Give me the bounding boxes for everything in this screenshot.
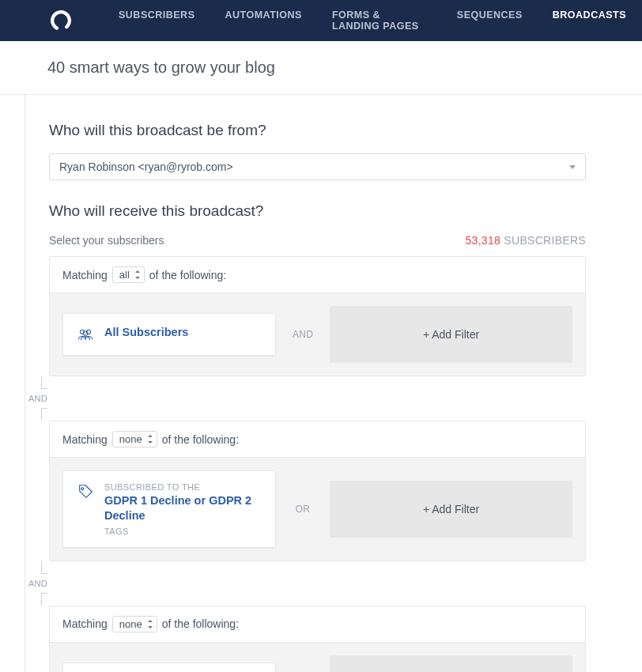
filter-group-body: All SubscribersAND+ Add Filter — [50, 293, 585, 376]
filter-card[interactable]: Cold Subscribers — [62, 663, 276, 672]
filter-under: TAGS — [104, 527, 262, 536]
subscriber-suffix: SUBSCRIBERS — [504, 234, 586, 247]
filter-group-body: SUBSCRIBED TO THEGDPR 1 Decline or GDPR … — [50, 458, 585, 561]
from-select-value: Ryan Robinson <ryan@ryrob.com> — [59, 160, 233, 173]
receive-heading: Who will receive this broadcast? — [49, 202, 586, 220]
matching-prefix: Matching — [62, 433, 108, 446]
add-filter-button[interactable]: + Add Filter — [330, 306, 572, 363]
matching-prefix: Matching — [62, 269, 108, 281]
match-mode-select[interactable]: all — [112, 266, 145, 283]
match-mode-select[interactable]: none — [112, 616, 157, 632]
group-connector-label: AND — [28, 394, 47, 403]
nav-item-broadcasts[interactable]: BROADCASTS — [553, 9, 626, 32]
nav-item-automations[interactable]: AUTOMATIONS — [225, 9, 302, 32]
receive-subheading: Select your subscribers — [49, 234, 164, 247]
chevron-down-icon — [569, 165, 576, 169]
logo — [49, 9, 73, 32]
filter-group-body: Cold SubscribersOR+ Add Filter — [50, 643, 585, 672]
filter-title: GDPR 1 Decline or GDPR 2 Decline — [104, 493, 262, 523]
filter-title: All Subscribers — [104, 325, 188, 340]
matching-suffix: of the following: — [162, 617, 239, 630]
group-connector: AND — [35, 561, 586, 606]
matching-suffix: of the following: — [149, 269, 226, 281]
from-heading: Who will this broadcast be from? — [49, 122, 586, 139]
subscriber-count: 53,318 — [466, 234, 501, 247]
filter-overline: SUBSCRIBED TO THE — [104, 482, 262, 492]
matching-prefix: Matching — [62, 617, 108, 630]
people-icon — [76, 325, 95, 344]
filter-card[interactable]: All Subscribers — [62, 313, 276, 356]
svg-point-0 — [51, 10, 71, 31]
nav-item-subscribers[interactable]: SUBSCRIBERS — [119, 9, 195, 32]
svg-point-4 — [81, 488, 84, 490]
inline-joiner: AND — [289, 329, 317, 340]
add-filter-button[interactable]: + Add Filter — [330, 655, 572, 672]
group-connector-label: AND — [28, 579, 47, 588]
top-navbar: SUBSCRIBERSAUTOMATIONSFORMS & LANDING PA… — [0, 0, 642, 41]
page-title: 40 smart ways to grow your blog — [0, 41, 642, 95]
add-filter-button[interactable]: + Add Filter — [330, 481, 572, 538]
receive-subrow: Select your subscribers 53,318 SUBSCRIBE… — [49, 234, 586, 247]
tag-icon — [76, 482, 95, 501]
inline-joiner: OR — [289, 504, 317, 515]
filter-group-header: Matchingnoneof the following: — [50, 421, 585, 458]
matching-suffix: of the following: — [162, 433, 239, 446]
nav-item-forms-landing-pages[interactable]: FORMS & LANDING PAGES — [332, 9, 427, 32]
group-connector: AND — [35, 376, 586, 421]
from-select[interactable]: Ryan Robinson <ryan@ryrob.com> — [49, 153, 586, 180]
filter-group-header: Matchingnoneof the following: — [50, 606, 585, 643]
filter-group-header: Matchingallof the following: — [50, 257, 585, 293]
match-mode-select[interactable]: none — [112, 431, 157, 447]
filter-card[interactable]: SUBSCRIBED TO THEGDPR 1 Decline or GDPR … — [62, 470, 276, 548]
filter-group: Matchingnoneof the following:Cold Subscr… — [49, 606, 586, 672]
filter-group: Matchingnoneof the following:SUBSCRIBED … — [49, 421, 586, 561]
nav: SUBSCRIBERSAUTOMATIONSFORMS & LANDING PA… — [119, 9, 626, 32]
nav-item-sequences[interactable]: SEQUENCES — [457, 9, 523, 32]
subscriber-count-wrap: 53,318 SUBSCRIBERS — [466, 234, 587, 247]
filter-group: Matchingallof the following:All Subscrib… — [49, 256, 586, 376]
